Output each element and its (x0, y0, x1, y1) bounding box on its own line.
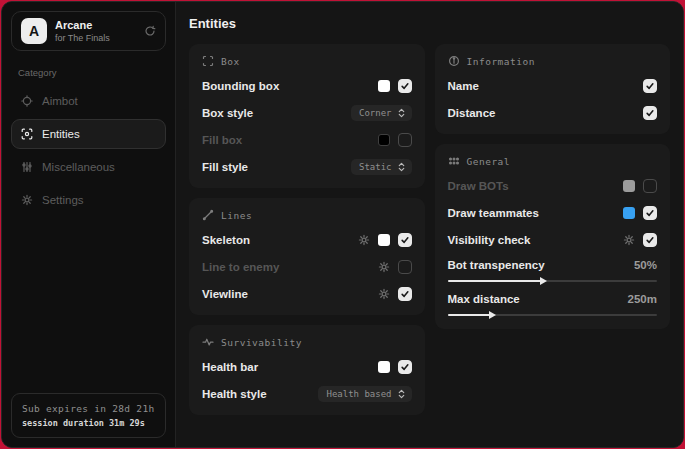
panel-header: Information (448, 55, 658, 67)
setting-label: Health style (202, 388, 267, 400)
color-swatch[interactable] (378, 361, 390, 373)
checkbox[interactable] (643, 106, 657, 120)
setting-row: Draw BOTs (448, 178, 658, 194)
setting-row: Draw teammates (448, 205, 658, 221)
app-meta: Arcane for The Finals (55, 19, 110, 43)
setting-controls: Health based (318, 386, 411, 402)
setting-row: Box styleCorner (202, 105, 412, 121)
setting-label: Max distance (448, 293, 520, 305)
unfold-icon (397, 389, 406, 399)
panel-header: Survivability (202, 336, 412, 348)
gear-icon[interactable] (378, 261, 390, 273)
left-column: BoxBounding boxBox styleCornerFill boxFi… (189, 44, 425, 415)
gear-icon[interactable] (623, 234, 635, 246)
panel-header: General (448, 155, 658, 167)
panel-title: Box (221, 56, 240, 67)
gear-icon[interactable] (358, 234, 370, 246)
checkbox[interactable] (643, 233, 657, 247)
slider[interactable] (448, 314, 658, 316)
setting-label: Draw BOTs (448, 180, 509, 192)
setting-row: Distance (448, 105, 658, 121)
color-swatch[interactable] (378, 80, 390, 92)
app-title: Arcane (55, 19, 110, 31)
setting-controls: Static (351, 159, 412, 175)
session-duration-text: session duration 31m 29s (22, 418, 155, 428)
sidebar-item-entities[interactable]: Entities (11, 119, 166, 149)
sidebar-item-settings[interactable]: Settings (11, 185, 166, 215)
checkbox[interactable] (398, 287, 412, 301)
sidebar-item-label: Entities (42, 128, 80, 140)
dropdown[interactable]: Health based (318, 386, 411, 402)
setting-label: Skeleton (202, 234, 250, 246)
gear-icon[interactable] (378, 288, 390, 300)
panel-survivability: SurvivabilityHealth barHealth styleHealt… (189, 325, 425, 415)
setting-controls (378, 260, 412, 274)
color-swatch[interactable] (378, 134, 390, 146)
checkbox[interactable] (398, 260, 412, 274)
setting-row: Viewline (202, 286, 412, 302)
setting-row: Line to enemy (202, 259, 412, 275)
checkbox[interactable] (643, 79, 657, 93)
setting-label: Draw teammates (448, 207, 539, 219)
checkbox[interactable] (398, 233, 412, 247)
sidebar-item-miscellaneous[interactable]: Miscellaneous (11, 152, 166, 182)
checkbox[interactable] (643, 206, 657, 220)
box-icon (202, 55, 214, 67)
panel-box: BoxBounding boxBox styleCornerFill boxFi… (189, 44, 425, 188)
color-swatch[interactable] (623, 207, 635, 219)
setting-row: Name (448, 78, 658, 94)
setting-row: Health bar (202, 359, 412, 375)
unfold-icon (397, 108, 406, 118)
panel-information: InformationNameDistance (435, 44, 671, 134)
sidebar: A Arcane for The Finals Category AimbotE… (2, 2, 176, 447)
slider[interactable] (448, 280, 658, 282)
setting-label: Fill style (202, 161, 248, 173)
slider-value: 50% (634, 259, 657, 271)
dropdown[interactable]: Static (351, 159, 412, 175)
app-window: A Arcane for The Finals Category AimbotE… (1, 1, 684, 448)
setting-label: Line to enemy (202, 261, 279, 273)
setting-label: Fill box (202, 134, 242, 146)
app-subtitle: for The Finals (55, 33, 110, 43)
subscription-info: Sub expires in 28d 21h session duration … (11, 393, 166, 438)
checkbox[interactable] (398, 360, 412, 374)
color-swatch[interactable] (623, 180, 635, 192)
setting-row: Fill styleStatic (202, 159, 412, 175)
checkbox[interactable] (643, 179, 657, 193)
unfold-icon (397, 162, 406, 172)
refresh-icon[interactable] (144, 25, 156, 37)
dropdown-value: Static (359, 162, 392, 172)
panel-general: GeneralDraw BOTsDraw teammatesVisibility… (435, 144, 671, 329)
color-swatch[interactable] (378, 234, 390, 246)
setting-controls: Corner (351, 105, 412, 121)
panel-title: Survivability (221, 337, 302, 348)
setting-label: Viewline (202, 288, 248, 300)
panel-title: Information (467, 56, 535, 67)
setting-label: Health bar (202, 361, 258, 373)
scan-icon (21, 128, 33, 140)
slider-thumb[interactable] (540, 277, 547, 285)
setting-controls (643, 106, 657, 120)
setting-label: Bot transpenency (448, 259, 545, 271)
checkbox[interactable] (398, 79, 412, 93)
setting-row: Health styleHealth based (202, 386, 412, 402)
setting-controls (623, 233, 657, 247)
sidebar-header: A Arcane for The Finals (11, 11, 166, 51)
dropdown[interactable]: Corner (351, 105, 412, 121)
checkbox[interactable] (398, 133, 412, 147)
setting-row: Visibility check (448, 232, 658, 248)
setting-controls (623, 206, 657, 220)
panel-title: Lines (221, 210, 252, 221)
line-icon (202, 209, 214, 221)
pulse-icon (202, 336, 214, 348)
slider-thumb[interactable] (489, 311, 496, 319)
sub-expiry-text: Sub expires in 28d 21h (22, 403, 155, 414)
panel-title: General (467, 156, 511, 167)
setting-controls (378, 133, 412, 147)
setting-controls (623, 179, 657, 193)
sidebar-item-aimbot[interactable]: Aimbot (11, 86, 166, 116)
setting-controls (378, 360, 412, 374)
slider-setting: Bot transpenency50% (448, 259, 658, 282)
setting-controls (378, 287, 412, 301)
panel-lines: LinesSkeletonLine to enemyViewline (189, 198, 425, 315)
